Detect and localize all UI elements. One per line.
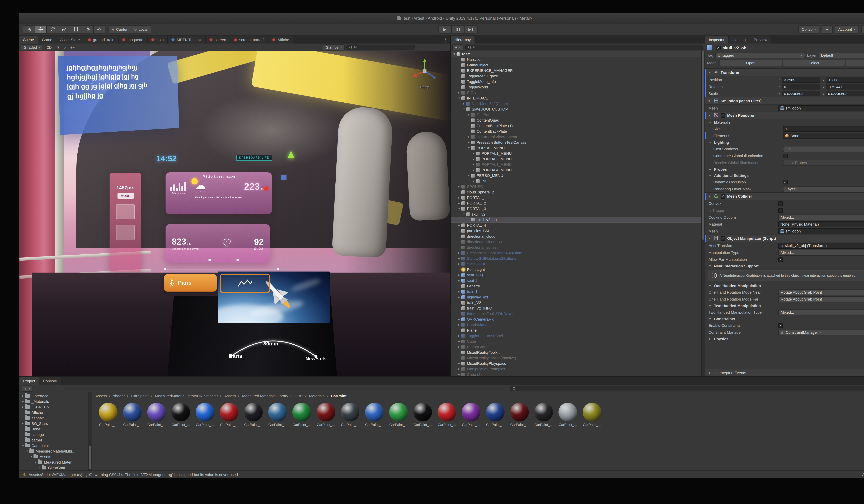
foldout-icon[interactable]: ▸	[21, 405, 25, 409]
hierarchy-item[interactable]: directional_cloud	[451, 234, 705, 239]
foldout-icon[interactable]: ▸	[457, 196, 461, 199]
section-one-handed-manipulation[interactable]: ▾One Handed Manipulation	[705, 283, 864, 289]
tab-mrtk-toolbox[interactable]: MRTK Toolbox	[168, 36, 206, 44]
custom-tool[interactable]	[93, 25, 105, 33]
mode-option-box[interactable]	[116, 204, 135, 219]
foldout-icon[interactable]: ▸	[457, 262, 461, 266]
hierarchy-scrollbar[interactable]	[701, 51, 705, 376]
section-two-handed-manipulation[interactable]: ▾Two Handed Manipulation	[705, 303, 864, 309]
hierarchy-item[interactable]: ▸PORTAL1_MENU	[451, 151, 705, 156]
dropdown-field[interactable]: On▾	[783, 146, 864, 152]
foldout-icon[interactable]: ▾	[708, 304, 712, 307]
asset-item[interactable]: CarPaint_...	[531, 403, 556, 427]
hierarchy-item[interactable]: ▸SIGN	[451, 90, 705, 95]
foldout-icon[interactable]: ▾	[452, 52, 457, 56]
account-dropdown[interactable]: Account▾	[835, 25, 859, 33]
asset-item[interactable]: CarPaint_...	[265, 403, 290, 427]
y-field[interactable]: -179.447	[826, 84, 864, 89]
component-header-smilodon-mesh-filter-[interactable]: ▾Smilodon (Mesh Filter)?⋮	[705, 97, 864, 105]
hierarchy-item[interactable]: ▸ToggleFeaturesPanel	[451, 333, 705, 339]
foldout-icon[interactable]: ▸	[457, 91, 461, 94]
transform-tool[interactable]	[82, 25, 93, 33]
tab-holo[interactable]: holo	[147, 36, 168, 44]
activity-tile[interactable]	[220, 274, 270, 293]
checkbox[interactable]: ✓	[783, 180, 788, 184]
foldout-icon[interactable]: ▸	[457, 257, 461, 260]
foldout-icon[interactable]: ▾	[457, 207, 461, 210]
foldout-icon[interactable]: ▸	[457, 340, 461, 343]
folder-item[interactable]: ▾Assets	[19, 454, 92, 459]
x-field[interactable]: 3.2985	[782, 77, 820, 83]
open-button[interactable]: Open	[720, 60, 782, 66]
hierarchy-item[interactable]: GameObject	[451, 62, 705, 68]
hierarchy-item[interactable]: ▸SlateUGUI	[451, 261, 705, 267]
folder-item[interactable]: ▸ClearCoat	[19, 465, 92, 470]
play-button[interactable]: ▶	[438, 25, 451, 34]
x-field[interactable]: 0	[782, 84, 820, 89]
folder-item[interactable]: ▾Measured Materi...	[19, 459, 92, 465]
folder-item[interactable]: ▾Cars paint	[19, 443, 92, 448]
scene-menu-icon[interactable]: ⋮	[441, 37, 450, 42]
foldout-icon[interactable]: ▸	[457, 373, 461, 376]
tab-game[interactable]: Game	[38, 36, 56, 44]
hierarchy-item[interactable]: ▸PORTAL_2	[451, 200, 705, 206]
layer-dropdown[interactable]: Default▾	[818, 52, 864, 58]
collab-dropdown[interactable]: Collab▾	[798, 25, 819, 33]
tab-ground-train[interactable]: ground_train	[84, 36, 119, 44]
foldout-icon[interactable]: ▾	[708, 121, 712, 124]
foldout-icon[interactable]: ▾	[467, 146, 471, 150]
checkbox[interactable]: ✓	[778, 323, 783, 328]
component-enabled-checkbox[interactable]: ✓	[721, 113, 725, 118]
hierarchy-item[interactable]: ▸highway_ext	[451, 294, 705, 300]
foldout-icon[interactable]: ▸	[457, 201, 461, 205]
folder-item[interactable]: Affiche	[19, 410, 92, 415]
foldout-icon[interactable]: ▸	[457, 318, 461, 321]
asset-item[interactable]: CarPaint_...	[314, 403, 338, 427]
hierarchy-item[interactable]: ▸PORTAL3_MENU	[451, 162, 705, 167]
hierarchy-item[interactable]: ▸SlateUGUIHoloLens2Buttons	[451, 256, 705, 261]
hierarchy-item[interactable]: ▸train 1	[451, 289, 705, 294]
foldout-icon[interactable]: ▸	[471, 168, 476, 172]
hierarchy-item[interactable]: MixedRealityToolkit (Inactive)	[451, 355, 705, 361]
hierarchy-item[interactable]: directional_sunset	[451, 245, 705, 250]
object-field[interactable]: None (Physic Material)⊙	[778, 221, 864, 227]
constraint-manager-field[interactable]: ⊕ConstraintManager▾	[778, 329, 864, 335]
asset-item[interactable]: CarPaint_...	[169, 403, 193, 427]
section-additional-settings[interactable]: ▾Additional Settings	[705, 172, 864, 179]
project-search-input[interactable]	[509, 386, 864, 391]
y-field[interactable]: 0.02240502	[826, 91, 864, 96]
component-enabled-checkbox[interactable]: ✓	[721, 236, 725, 241]
foldout-icon[interactable]: ▾	[707, 99, 711, 102]
hierarchy-item[interactable]: particles_BM	[451, 228, 705, 234]
foldout-icon[interactable]: ▾	[462, 108, 466, 111]
component-enabled-checkbox[interactable]: ✓	[721, 194, 725, 198]
mode-option-box[interactable]	[116, 225, 135, 240]
foldout-icon[interactable]: ▾	[25, 450, 29, 453]
hierarchy-item[interactable]: skull_v2_obj	[451, 217, 705, 222]
foldout-icon[interactable]: ▾	[33, 460, 38, 464]
hand-tool[interactable]	[23, 25, 35, 33]
rect-tool[interactable]	[70, 25, 82, 33]
hierarchy-item[interactable]: ToggleMenu_gaze	[451, 73, 705, 79]
hierarchy-item[interactable]: EXPERIENCE_MANAGER	[451, 68, 705, 73]
foldout-icon[interactable]: ▸	[462, 102, 466, 106]
hierarchy-item[interactable]: ▸HandsManager	[451, 322, 705, 328]
foldout-icon[interactable]: ▾	[707, 71, 711, 74]
foldout-icon[interactable]: ▸	[457, 185, 461, 188]
auto-generate-lighting-toggle[interactable]: Auto Generate Lighting Off	[862, 472, 864, 477]
breadcrumb-item[interactable]: URP	[295, 394, 303, 398]
foldout-icon[interactable]: ▾	[708, 140, 712, 144]
foldout-icon[interactable]: ▸	[457, 334, 461, 337]
hierarchy-item[interactable]: ▾SlateUGUI_CUSTOM	[451, 107, 705, 112]
gizmo-perspective-label[interactable]: Persp	[407, 85, 442, 89]
tab-hierarchy[interactable]: Hierarchy	[451, 36, 475, 44]
tab-screen-portal2[interactable]: screen_portal2	[230, 36, 269, 44]
foldout-icon[interactable]: ▾	[708, 284, 712, 287]
hierarchy-item[interactable]: ContentBackPlate (1)	[451, 123, 705, 128]
foldout-icon[interactable]: ▸	[457, 223, 461, 227]
dropdown-field[interactable]: Rotate About Grab Point▾	[778, 296, 864, 302]
section-lighting[interactable]: ▾Lighting	[705, 139, 864, 145]
tab-asset-store[interactable]: Asset Store	[56, 36, 84, 44]
foldout-icon[interactable]: ▾	[467, 174, 471, 177]
layers-dropdown[interactable]: Layers▾	[861, 25, 864, 33]
